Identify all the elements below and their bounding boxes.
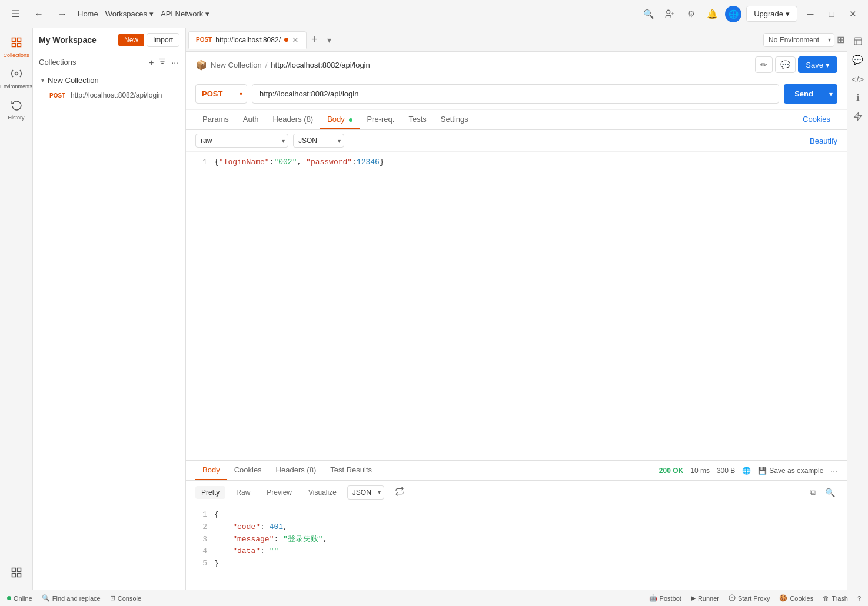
resp-raw-button[interactable]: Raw	[230, 486, 256, 499]
settings-icon[interactable]: ⚙	[683, 6, 699, 22]
tab-url: http://localhost:8082/	[215, 36, 281, 44]
right-sidebar: 💬 </> ℹ	[847, 28, 868, 590]
start-proxy-button[interactable]: Start Proxy	[729, 594, 770, 602]
avatar-icon[interactable]: 🌐	[725, 6, 741, 22]
collections-icon	[11, 36, 22, 51]
resp-copy-button[interactable]: ⧉	[807, 485, 818, 500]
tab-settings[interactable]: Settings	[434, 110, 475, 129]
search-icon[interactable]: 🔍	[640, 6, 657, 22]
send-dropdown-button[interactable]: ▾	[824, 84, 837, 104]
right-sidebar-docs-icon[interactable]	[850, 33, 866, 49]
svg-point-0	[667, 10, 670, 14]
svg-point-7	[15, 72, 18, 75]
resp-search-button[interactable]: 🔍	[823, 485, 837, 500]
save-button[interactable]: Save ▾	[798, 56, 837, 73]
tab-auth[interactable]: Auth	[236, 110, 266, 129]
right-sidebar-info-icon[interactable]: ℹ	[850, 89, 866, 106]
comment-button[interactable]: 💬	[775, 56, 796, 73]
workspaces-nav[interactable]: Workspaces ▾	[105, 9, 154, 18]
resp-line-3: 3 "message": "登录失败",	[195, 534, 837, 546]
tab-active[interactable]: POST http://localhost:8082/ ✕	[188, 31, 307, 49]
save-example-button[interactable]: 💾 Save as example	[758, 467, 823, 475]
resp-json-select[interactable]: JSON	[347, 485, 384, 500]
body-type-select[interactable]: raw form-data x-www-form-urlencoded bina…	[195, 134, 288, 148]
new-button[interactable]: New	[118, 34, 144, 46]
online-status[interactable]: Online	[7, 595, 32, 602]
right-sidebar-code-icon[interactable]: </>	[850, 71, 866, 87]
home-nav[interactable]: Home	[78, 9, 98, 18]
filter-collections-button[interactable]	[157, 56, 168, 68]
forward-icon[interactable]: →	[54, 6, 71, 22]
main-content: POST http://localhost:8082/ ✕ + ▾ No Env…	[186, 28, 847, 590]
collection-item[interactable]: ▾ New Collection	[33, 72, 185, 88]
svg-rect-10	[17, 574, 21, 577]
console-button[interactable]: ⊡ Console	[110, 594, 141, 602]
tab-close-icon[interactable]: ✕	[292, 35, 299, 45]
edit-request-button[interactable]: ✏	[755, 56, 773, 73]
resp-visualize-button[interactable]: Visualize	[302, 486, 342, 499]
topbar: ☰ ← → Home Workspaces ▾ API Network ▾ 🔍 …	[0, 0, 868, 28]
online-dot	[7, 596, 11, 600]
sidebar-item-history[interactable]: History	[4, 95, 29, 124]
tab-headers[interactable]: Headers (8)	[266, 110, 321, 129]
tab-prereq[interactable]: Pre-req.	[360, 110, 401, 129]
cookies-status-button[interactable]: 🍪 Cookies	[779, 594, 813, 602]
breadcrumb-collection[interactable]: New Collection	[211, 61, 262, 69]
environment-select[interactable]: No Environment	[763, 33, 834, 47]
right-sidebar-comments-icon[interactable]: 💬	[850, 52, 866, 68]
resp-tab-headers[interactable]: Headers (8)	[269, 461, 324, 480]
close-icon[interactable]: ✕	[844, 6, 861, 22]
help-button[interactable]: ?	[857, 595, 861, 602]
postbot-button[interactable]: 🤖 Postbot	[649, 594, 681, 602]
tab-params[interactable]: Params	[195, 110, 236, 129]
tab-tests[interactable]: Tests	[401, 110, 433, 129]
back-icon[interactable]: ←	[31, 6, 47, 22]
resp-tab-cookies[interactable]: Cookies	[227, 461, 269, 480]
cookies-link[interactable]: Cookies	[796, 110, 837, 129]
resp-tab-test-results[interactable]: Test Results	[323, 461, 379, 480]
bell-icon[interactable]: 🔔	[704, 6, 720, 22]
response-time: 10 ms	[690, 467, 710, 475]
proxy-icon	[729, 594, 736, 602]
menu-icon[interactable]: ☰	[7, 6, 24, 22]
beautify-button[interactable]: Beautify	[810, 136, 837, 145]
maximize-icon[interactable]: □	[823, 6, 840, 22]
resp-wrap-button[interactable]	[389, 484, 410, 500]
resp-tab-body[interactable]: Body	[195, 461, 227, 480]
more-collections-button[interactable]: ···	[170, 56, 179, 68]
right-sidebar-bolt-icon[interactable]	[850, 108, 866, 125]
method-select[interactable]: POST GET PUT DELETE PATCH	[195, 84, 247, 104]
tab-body[interactable]: Body	[320, 110, 360, 129]
svg-rect-15	[854, 38, 862, 45]
sidebar-item-apps[interactable]	[4, 563, 29, 585]
find-replace-button[interactable]: 🔍 Find and replace	[42, 594, 101, 602]
tab-overflow-button[interactable]: ▾	[322, 33, 336, 47]
history-icon	[11, 99, 22, 114]
body-toolbar: raw form-data x-www-form-urlencoded bina…	[186, 130, 847, 152]
trash-button[interactable]: 🗑 Trash	[823, 595, 848, 602]
breadcrumb-current: http://localhost:8082/api/login	[271, 61, 370, 69]
resp-pretty-button[interactable]: Pretty	[195, 486, 225, 499]
import-button[interactable]: Import	[147, 33, 179, 47]
request-body-editor[interactable]: 1 {"loginName":"002", "password":12346}	[186, 152, 847, 460]
add-collection-button[interactable]: +	[148, 56, 155, 68]
resp-preview-button[interactable]: Preview	[261, 486, 298, 499]
body-format-select[interactable]: JSON Text JavaScript HTML XML	[293, 134, 344, 148]
sidebar-item-collections[interactable]: Collections	[4, 33, 29, 62]
api-network-nav[interactable]: API Network ▾	[161, 9, 209, 18]
runner-button[interactable]: ▶ Runner	[691, 594, 719, 602]
minimize-icon[interactable]: ─	[802, 6, 819, 22]
send-button[interactable]: Send	[784, 84, 824, 104]
resp-line-1: 1 {	[195, 509, 837, 521]
sidebar-item-environments[interactable]: Environments	[4, 64, 29, 93]
history-label: History	[8, 115, 24, 121]
upgrade-button[interactable]: Upgrade ▾	[746, 6, 797, 22]
request-item[interactable]: POST http://localhost:8082/api/login	[33, 88, 185, 102]
postbot-icon: 🤖	[649, 594, 657, 602]
add-user-icon[interactable]	[661, 6, 678, 22]
url-input[interactable]	[252, 84, 779, 104]
environment-icon[interactable]: ⊞	[837, 34, 844, 45]
svg-rect-3	[12, 38, 15, 42]
add-tab-button[interactable]: +	[307, 31, 322, 48]
response-more-button[interactable]: ···	[830, 466, 837, 475]
